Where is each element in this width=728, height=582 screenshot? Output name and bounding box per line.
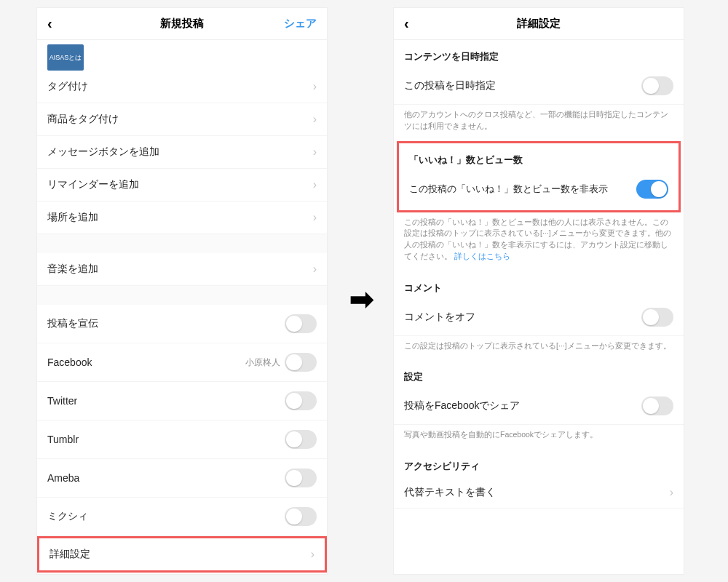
label: メッセージボタンを追加 (47, 146, 159, 159)
row-facebook[interactable]: Facebook 小原柊人 (37, 343, 327, 382)
label: 投稿を宣伝 (47, 317, 98, 330)
row-advanced-settings[interactable]: 詳細設定 › (37, 536, 327, 573)
row-tag-products[interactable]: 商品をタグ付け › (37, 103, 327, 136)
label: コメントをオフ (404, 311, 475, 324)
label: 詳細設定 (50, 548, 90, 561)
back-icon[interactable]: ‹ (47, 15, 52, 32)
share-button[interactable]: シェア (284, 17, 317, 31)
chevron-right-icon: › (311, 548, 314, 561)
arrow-right-icon: ➡ (349, 282, 374, 316)
likes-description: この投稿の「いいね！」数とビュー数は他の人には表示されません。この設定は投稿のト… (394, 212, 684, 271)
label: Tumblr (47, 434, 79, 445)
schedule-toggle[interactable] (641, 76, 673, 95)
back-icon[interactable]: ‹ (404, 15, 409, 32)
row-ameba[interactable]: Ameba (37, 459, 327, 498)
chevron-right-icon: › (313, 80, 317, 93)
row-add-location[interactable]: 場所を追加 › (37, 202, 327, 234)
chevron-right-icon: › (313, 113, 317, 126)
section-schedule-header: コンテンツを日時指定 (394, 40, 684, 68)
header: ‹ 詳細設定 (394, 8, 684, 40)
ameba-toggle[interactable] (285, 469, 317, 487)
label: 投稿をFacebookでシェア (404, 399, 520, 412)
row-comments-off[interactable]: コメントをオフ (394, 299, 684, 336)
section-settings-header: 設定 (394, 360, 684, 388)
comments-description: この設定は投稿のトップに表示されている[···]メニューから変更できます。 (394, 336, 684, 361)
label: タグ付け (47, 80, 88, 93)
chevron-right-icon: › (670, 486, 673, 499)
section-comments-header: コメント (394, 271, 684, 299)
row-add-reminder[interactable]: リマインダーを追加 › (37, 169, 327, 202)
page-title: 詳細設定 (517, 17, 561, 31)
label: 商品をタグ付け (47, 113, 119, 126)
schedule-description: 他のアカウントへのクロス投稿など、一部の機能は日時指定したコンテンツには利用でき… (394, 105, 684, 141)
facebook-toggle[interactable] (285, 353, 317, 372)
row-add-message-button[interactable]: メッセージボタンを追加 › (37, 136, 327, 169)
settings-description: 写真や動画投稿を自動的にFacebookでシェアします。 (394, 425, 684, 450)
chevron-right-icon: › (313, 263, 317, 276)
comments-toggle[interactable] (641, 308, 673, 327)
label: この投稿を日時指定 (404, 79, 496, 92)
section-accessibility-header: アクセシビリティ (394, 450, 684, 477)
label: Twitter (47, 395, 77, 407)
label: リマインダーを追加 (47, 178, 139, 191)
row-schedule-post[interactable]: この投稿を日時指定 (394, 68, 684, 105)
row-tag-people[interactable]: タグ付け › (37, 71, 327, 103)
divider (37, 286, 327, 305)
row-add-music[interactable]: 音楽を追加 › (37, 253, 327, 286)
row-promote-post[interactable]: 投稿を宣伝 (37, 305, 327, 343)
chevron-right-icon: › (313, 146, 317, 159)
share-facebook-toggle[interactable] (641, 396, 673, 415)
label: Facebook (47, 356, 92, 368)
label: 代替テキストを書く (404, 486, 496, 499)
label: 場所を追加 (47, 211, 98, 224)
chevron-right-icon: › (313, 211, 317, 224)
learn-more-link[interactable]: 詳しくはこちら (454, 252, 510, 260)
page-title: 新規投稿 (160, 17, 204, 31)
header: ‹ 新規投稿 シェア (37, 8, 327, 40)
promote-toggle[interactable] (285, 314, 317, 333)
divider (37, 234, 327, 253)
label: Ameba (47, 472, 79, 484)
post-thumbnail: AISASとは (47, 44, 84, 71)
label: 音楽を追加 (47, 263, 98, 276)
hide-likes-toggle[interactable] (636, 180, 668, 199)
facebook-account: 小原柊人 (245, 356, 280, 369)
section-likes-header: 「いいね！」数とビュー数 (399, 143, 678, 171)
advanced-settings-screen: ‹ 詳細設定 コンテンツを日時指定 この投稿を日時指定 他のアカウントへのクロス… (393, 7, 684, 575)
likes-highlight-box: 「いいね！」数とビュー数 この投稿の「いいね！」数とビュー数を非表示 (397, 141, 681, 212)
row-hide-likes[interactable]: この投稿の「いいね！」数とビュー数を非表示 (399, 171, 678, 207)
new-post-screen: ‹ 新規投稿 シェア AISASとは タグ付け › 商品をタグ付け › メッセー… (36, 7, 328, 575)
row-tumblr[interactable]: Tumblr (37, 420, 327, 459)
row-alt-text[interactable]: 代替テキストを書く › (394, 477, 684, 509)
label: この投稿の「いいね！」数とビュー数を非表示 (409, 183, 608, 196)
row-share-facebook[interactable]: 投稿をFacebookでシェア (394, 388, 684, 425)
twitter-toggle[interactable] (285, 391, 317, 410)
chevron-right-icon: › (313, 178, 317, 191)
label: ミクシィ (47, 510, 88, 523)
mixi-toggle[interactable] (285, 507, 317, 526)
tumblr-toggle[interactable] (285, 430, 317, 449)
row-mixi[interactable]: ミクシィ (37, 498, 327, 536)
row-twitter[interactable]: Twitter (37, 382, 327, 420)
